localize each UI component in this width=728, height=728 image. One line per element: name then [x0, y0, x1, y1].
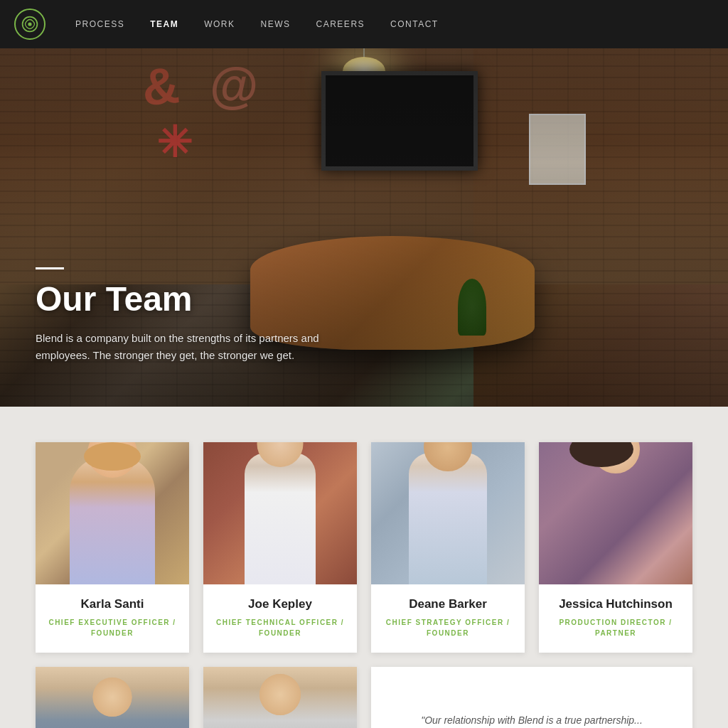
karla-name: Karla Santi	[47, 597, 178, 611]
person6-figure	[203, 667, 357, 728]
logo-icon	[21, 15, 39, 33]
person5-photo	[36, 667, 189, 728]
hero-section: & @ ✳ Our Team Blend is a company built …	[0, 0, 728, 407]
hero-divider	[36, 267, 64, 269]
jessica-title: Production Director / Partner	[550, 617, 681, 638]
karla-silhouette	[36, 442, 189, 584]
team-grid-primary: Karla Santi Chief Executive Officer / Fo…	[36, 442, 692, 653]
person6-head	[259, 674, 301, 715]
navigation: Process Team Work News Careers Contact	[0, 0, 728, 48]
joe-info: Joe Kepley Chief Technical Officer / Fou…	[203, 584, 357, 653]
person5-figure	[36, 667, 189, 728]
person5-head	[93, 678, 132, 717]
karla-figure	[70, 456, 155, 584]
team-section: Karla Santi Chief Executive Officer / Fo…	[0, 407, 728, 728]
joe-silhouette	[203, 442, 357, 584]
team-card-person5[interactable]	[36, 667, 189, 728]
svg-point-1	[28, 22, 31, 26]
karla-info: Karla Santi Chief Executive Officer / Fo…	[36, 584, 189, 653]
deane-name: Deane Barker	[382, 597, 513, 611]
team-card-person6[interactable]	[203, 667, 357, 728]
nav-link-process[interactable]: Process	[63, 14, 137, 35]
nav-link-news[interactable]: News	[248, 14, 304, 35]
team-grid-secondary: "Our relationship with Blend is a true p…	[36, 667, 692, 728]
deane-title: Chief Strategy Officer / Founder	[382, 617, 513, 638]
nav-link-careers[interactable]: Careers	[304, 14, 378, 35]
deane-silhouette	[371, 442, 525, 584]
nav-link-contact[interactable]: Contact	[378, 14, 451, 35]
jessica-name: Jessica Hutchinson	[550, 597, 681, 611]
testimonial-card: "Our relationship with Blend is a true p…	[371, 667, 692, 728]
team-photo-deane	[371, 442, 525, 584]
nav-links: Process Team Work News Careers Contact	[63, 14, 451, 35]
logo[interactable]	[14, 9, 46, 40]
person6-photo	[203, 667, 357, 728]
team-photo-karla	[36, 442, 189, 584]
nav-link-team[interactable]: Team	[137, 14, 191, 35]
team-card-karla[interactable]: Karla Santi Chief Executive Officer / Fo…	[36, 442, 189, 653]
team-card-joe[interactable]: Joe Kepley Chief Technical Officer / Fou…	[203, 442, 357, 653]
deane-info: Deane Barker Chief Strategy Officer / Fo…	[371, 584, 525, 653]
joe-figure	[245, 453, 316, 584]
hero-content: Our Team Blend is a company built on the…	[36, 267, 348, 364]
team-photo-joe	[203, 442, 357, 584]
hero-title: Our Team	[36, 281, 348, 318]
nav-link-work[interactable]: Work	[191, 14, 247, 35]
jessica-silhouette	[539, 442, 692, 584]
team-photo-jessica	[539, 442, 692, 584]
deane-figure	[409, 453, 487, 584]
team-card-jessica[interactable]: Jessica Hutchinson Production Director /…	[539, 442, 692, 653]
karla-title: Chief Executive Officer / Founder	[47, 617, 178, 638]
joe-name: Joe Kepley	[215, 597, 346, 611]
team-card-deane[interactable]: Deane Barker Chief Strategy Officer / Fo…	[371, 442, 525, 653]
testimonial-quote: "Our relationship with Blend is a true p…	[421, 712, 643, 728]
joe-title: Chief Technical Officer / Founder	[215, 617, 346, 638]
hero-description: Blend is a company built on the strength…	[36, 330, 348, 364]
jessica-figure	[577, 456, 655, 584]
jessica-info: Jessica Hutchinson Production Director /…	[539, 584, 692, 653]
